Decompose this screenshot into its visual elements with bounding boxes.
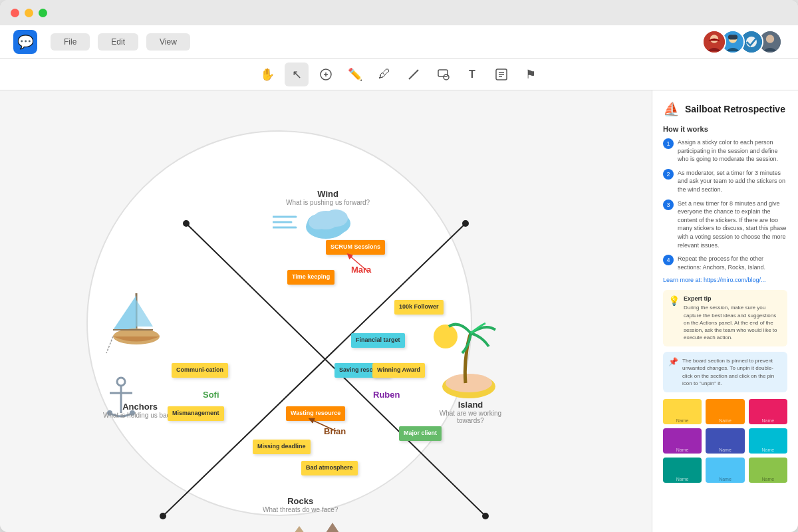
close-button[interactable] [11,9,19,17]
anchors-subtitle: What is holding us back? [103,412,177,419]
svg-point-30 [324,209,348,227]
maximize-button[interactable] [39,9,47,17]
step-2-num: 2 [663,169,674,180]
sticky-wasting[interactable]: Wasting resource [286,406,345,421]
learn-more-link[interactable]: Learn more at: https://miro.com/blog/... [663,277,787,283]
rocks-subtitle: What threats do we face? [263,506,338,513]
anchors-title: Anchors [103,402,177,412]
title-bar [0,0,798,25]
tab-file[interactable]: File [51,33,90,51]
hand-tool[interactable]: ✋ [255,63,279,86]
panel-title: Sailboat Retrospective [685,104,785,114]
tip-title: Expert tip [684,295,782,302]
user-label-sofi: Sofi [203,390,219,400]
svg-line-10 [409,70,418,79]
step-1-num: 1 [663,138,674,149]
marker-tool[interactable]: 🖊 [372,63,396,86]
sticky-scrum[interactable]: SCRUM Sessions [326,240,385,255]
panel-header: ⛵ Sailboat Retrospective [663,101,787,117]
svg-marker-48 [306,523,346,532]
tool-bar: ✋ ↖ ✏️ 🖊 T ⚑ [0,59,798,90]
svg-point-43 [434,325,458,348]
user-label-mara: Mara [351,265,371,275]
swatch-yellow[interactable]: Name [663,399,702,424]
swatch-pink[interactable]: Name [749,399,787,424]
app-logo[interactable]: 💬 [13,30,37,54]
svg-point-38 [117,378,125,386]
pen-tool[interactable]: ✏️ [343,63,367,86]
swatch-blue[interactable]: Name [706,428,744,454]
tab-view[interactable]: View [146,33,190,51]
app-window: 💬 File Edit View [0,0,798,532]
right-panel: ⛵ Sailboat Retrospective How it works 1 … [652,90,798,532]
sticky-commun[interactable]: Communi-cation [172,363,228,378]
user-label-brian: Brian [324,426,346,436]
wind-title: Wind [286,189,370,199]
svg-rect-4 [728,35,737,39]
step-2: 2 As moderator, set a timer for 3 minute… [663,169,787,194]
swatch-cyan[interactable]: Name [749,428,787,454]
svg-point-45 [446,374,492,392]
swatch-teal[interactable]: Name [663,458,702,483]
info-text: The board section is pinned to prevent u… [682,357,782,387]
tip-text: During the session, make sure you captur… [684,304,782,341]
step-1-text: Assign a sticky color to each person par… [678,138,787,164]
svg-rect-11 [438,70,448,76]
island-title: Island [426,400,515,410]
sticky-tool[interactable] [489,63,513,86]
canvas-area[interactable]: Wind What is pushing us forward? [0,90,652,532]
sticky-follower[interactable]: 100k Follower [394,300,444,315]
sailboat-image [103,283,170,359]
rocks-title: Rocks [263,496,338,506]
step-1: 1 Assign a sticky color to each person p… [663,138,787,164]
tab-edit[interactable]: Edit [98,33,138,51]
step-4-text: Repeat the process for the other section… [678,255,787,271]
info-icon: 📌 [668,357,678,387]
anchors-section: Anchors What is holding us back? [103,402,177,419]
sticky-financial[interactable]: Financial target [351,333,405,348]
svg-point-8 [766,35,774,43]
svg-marker-46 [273,526,326,532]
traffic-lights [11,9,47,17]
svg-point-12 [444,74,449,80]
island-section: Island What are we working towards? [426,400,515,424]
step-4-num: 4 [663,255,674,265]
select-tool[interactable]: ↖ [285,63,309,86]
step-3-text: Set a new timer for 8 minutes and give e… [678,200,787,250]
sticky-major[interactable]: Major client [399,426,442,441]
svg-point-20 [482,513,489,519]
svg-line-37 [106,336,113,353]
toolbar-right [708,30,785,54]
step-2-text: As moderator, set a timer for 3 minutes … [678,169,787,194]
sticky-bad-atmo[interactable]: Bad atmosphere [301,461,358,475]
connector-tool[interactable]: ⚑ [519,63,543,86]
avatar-1[interactable] [702,30,726,54]
swatch-purple[interactable]: Name [663,428,702,454]
text-tool[interactable]: T [460,63,484,86]
panel-sailboat-icon: ⛵ [663,101,680,117]
eraser-tool[interactable] [314,63,338,86]
expert-tip-box: 💡 Expert tip During the session, make su… [663,290,787,346]
step-3: 3 Set a new timer for 8 minutes and give… [663,200,787,250]
step-3-num: 3 [663,200,674,210]
sticky-mismanage[interactable]: Mismanagement [168,406,224,421]
how-it-works-label: How it works [663,125,787,133]
sticky-time[interactable]: Time keeping [287,270,334,285]
svg-point-31 [309,215,327,229]
sticky-missing[interactable]: Missing deadline [253,440,311,454]
main-area: Wind What is pushing us forward? [0,90,798,532]
sticky-winning[interactable]: Winning Award [372,363,425,378]
svg-point-21 [462,220,469,227]
minimize-button[interactable] [25,9,33,17]
line-tool[interactable] [402,63,426,86]
swatch-lightblue[interactable]: Name [706,458,744,483]
swatch-green[interactable]: Name [749,458,787,483]
tip-icon: 💡 [668,295,680,341]
svg-marker-34 [136,300,153,327]
palm-tree-image [432,317,499,406]
info-box: 📌 The board section is pinned to prevent… [663,352,787,392]
step-4: 4 Repeat the process for the other secti… [663,255,787,271]
shape-tool[interactable] [431,63,455,86]
toolbar-tabs: File Edit View [51,33,694,51]
swatch-orange[interactable]: Name [706,399,744,424]
